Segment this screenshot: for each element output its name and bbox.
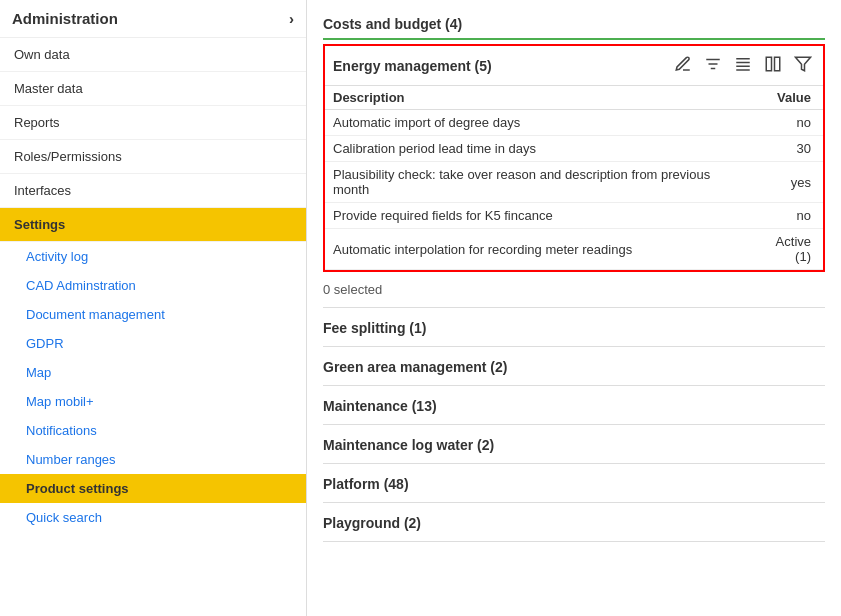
sidebar-item-interfaces[interactable]: Interfaces: [0, 174, 306, 208]
sidebar-arrow: ›: [289, 10, 294, 27]
description-cell: Plausibility check: take over reason and…: [325, 162, 749, 203]
sidebar-sub-item-map-mobil[interactable]: Map mobil+: [0, 387, 306, 416]
sidebar-sub-item-activity-log[interactable]: Activity log: [0, 242, 306, 271]
section-header[interactable]: Maintenance (13): [323, 390, 825, 420]
sidebar-sub-item-gdpr[interactable]: GDPR: [0, 329, 306, 358]
table-row: Plausibility check: take over reason and…: [325, 162, 823, 203]
section-header[interactable]: Playground (2): [323, 507, 825, 537]
description-cell: Provide required fields for K5 fincance: [325, 203, 749, 229]
sidebar-sub-item-quick-search[interactable]: Quick search: [0, 503, 306, 532]
svg-marker-9: [796, 57, 811, 71]
edit-icon[interactable]: [671, 53, 695, 78]
sidebar-item-master-data[interactable]: Master data: [0, 72, 306, 106]
sidebar-item-reports[interactable]: Reports: [0, 106, 306, 140]
selected-label: 0 selected: [323, 276, 825, 303]
divider: [323, 502, 825, 503]
divider: [323, 307, 825, 308]
table-row: Automatic interpolation for recording me…: [325, 229, 823, 270]
divider: [323, 346, 825, 347]
svg-rect-8: [775, 57, 780, 71]
sidebar-sub-item-number-ranges[interactable]: Number ranges: [0, 445, 306, 474]
value-cell: 30: [749, 136, 823, 162]
value-cell: yes: [749, 162, 823, 203]
svg-rect-7: [766, 57, 771, 71]
sidebar-sub-item-product-settings[interactable]: Product settings: [0, 474, 306, 503]
sidebar-item-own-data[interactable]: Own data: [0, 38, 306, 72]
table-row: Provide required fields for K5 fincance …: [325, 203, 823, 229]
costs-and-budget-header[interactable]: Costs and budget (4): [323, 10, 825, 40]
divider: [323, 463, 825, 464]
value-cell: Active (1): [749, 229, 823, 270]
col-value: Value: [749, 86, 823, 110]
divider: [323, 424, 825, 425]
sidebar-sub-item-document-mgmt[interactable]: Document management: [0, 300, 306, 329]
sidebar-sub-item-notifications[interactable]: Notifications: [0, 416, 306, 445]
energy-management-panel: Energy management (5): [323, 44, 825, 272]
main-content: Costs and budget (4) Energy management (…: [307, 0, 841, 616]
divider: [323, 541, 825, 542]
description-cell: Automatic interpolation for recording me…: [325, 229, 749, 270]
section-header[interactable]: Platform (48): [323, 468, 825, 498]
sidebar-item-settings[interactable]: Settings: [0, 208, 306, 242]
table-row: Calibration period lead time in days 30: [325, 136, 823, 162]
section-header[interactable]: Fee splitting (1): [323, 312, 825, 342]
section-header[interactable]: Green area management (2): [323, 351, 825, 381]
section-header[interactable]: Maintenance log water (2): [323, 429, 825, 459]
description-cell: Calibration period lead time in days: [325, 136, 749, 162]
energy-panel-toolbar: [671, 53, 815, 78]
other-sections: Fee splitting (1)Green area management (…: [323, 312, 825, 542]
sidebar-sub-item-cad-admin[interactable]: CAD Adminstration: [0, 271, 306, 300]
value-cell: no: [749, 203, 823, 229]
sidebar-title: Administration: [12, 10, 118, 27]
sidebar-sub-item-map[interactable]: Map: [0, 358, 306, 387]
sidebar: Administration › Own data Master data Re…: [0, 0, 307, 616]
funnel-icon[interactable]: [791, 53, 815, 78]
energy-panel-header: Energy management (5): [325, 46, 823, 85]
col-description: Description: [325, 86, 749, 110]
columns-icon[interactable]: [761, 53, 785, 78]
energy-panel-title: Energy management (5): [333, 58, 492, 74]
filter-list-icon[interactable]: [701, 53, 725, 78]
value-cell: no: [749, 110, 823, 136]
energy-table: Description Value Automatic import of de…: [325, 85, 823, 270]
table-row: Automatic import of degree days no: [325, 110, 823, 136]
list-icon[interactable]: [731, 53, 755, 78]
sidebar-header: Administration ›: [0, 0, 306, 38]
divider: [323, 385, 825, 386]
sidebar-item-roles-permissions[interactable]: Roles/Permissions: [0, 140, 306, 174]
description-cell: Automatic import of degree days: [325, 110, 749, 136]
